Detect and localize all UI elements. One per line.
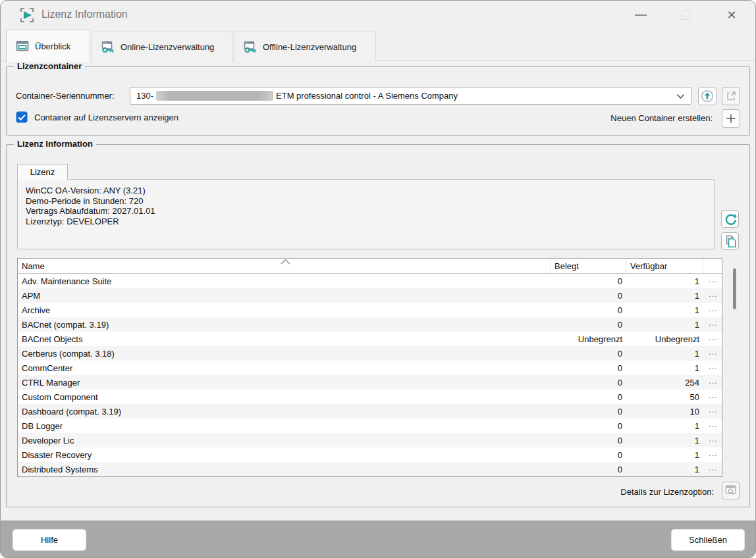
license-options-table[interactable]: Name Belegt Verfügbar Adv. Maintenance S… xyxy=(17,258,722,477)
cell-name: Adv. Maintenance Suite xyxy=(18,274,551,288)
lizenz-information-group: Lizenz Information Lizenz WinCC OA-Versi… xyxy=(6,144,750,507)
cell-belegt: 0 xyxy=(551,433,626,447)
table-row[interactable]: Cerberus (compat. 3.18) 0 1 ... xyxy=(18,346,722,361)
cell-belegt: 0 xyxy=(551,361,626,375)
cell-verfuegbar: 254 xyxy=(626,375,703,390)
copy-icon xyxy=(724,235,737,248)
info-line: Vertrags Ablaufdatum: 2027.01.01 xyxy=(26,206,706,216)
cell-more-ellipsis[interactable]: ... xyxy=(703,303,722,317)
cell-name: CommCenter xyxy=(18,361,551,375)
table-row[interactable]: Developer Lic 0 1 ... xyxy=(18,433,722,447)
table-row[interactable]: Custom Component 0 50 ... xyxy=(18,390,722,404)
tab-lizenz[interactable]: Lizenz xyxy=(17,164,68,180)
cell-more-ellipsis[interactable]: ... xyxy=(703,346,722,361)
cell-name: BACnet Objects xyxy=(18,332,551,346)
serial-prefix: 130- xyxy=(136,91,153,101)
info-line: WinCC OA-Version: ANY (3.21) xyxy=(26,186,706,196)
license-table-body: Adv. Maintenance Suite 0 1 ... APM 0 1 .… xyxy=(18,274,722,476)
lizenzcontainer-group: Lizenzcontainer Container-Seriennummer: … xyxy=(6,66,750,136)
table-row[interactable]: APM 0 1 ... xyxy=(18,288,722,303)
table-row[interactable]: Dashboard (compat. 3.19) 0 10 ... xyxy=(18,404,722,419)
table-row[interactable]: BACnet Objects Unbegrenzt Unbegrenzt ... xyxy=(18,332,722,346)
tab-offline-lizenzverwaltung[interactable]: Offline-Lizenzverwaltung xyxy=(234,32,376,62)
scrollbar-thumb[interactable] xyxy=(733,268,736,309)
window-search-icon xyxy=(724,484,737,497)
cell-belegt: 0 xyxy=(551,390,626,404)
cell-more-ellipsis[interactable]: ... xyxy=(703,317,722,332)
tab-label: Lizenz xyxy=(30,167,55,177)
table-vertical-scrollbar[interactable] xyxy=(729,259,739,476)
minimize-button[interactable] xyxy=(626,1,656,30)
key-window-icon xyxy=(101,41,115,53)
cell-verfuegbar: Unbegrenzt xyxy=(626,332,703,346)
tab-label: Online-Lizenzverwaltung xyxy=(121,42,214,52)
cell-more-ellipsis[interactable]: ... xyxy=(703,419,722,433)
cell-name: APM xyxy=(18,288,551,303)
column-header-verfuegbar[interactable]: Verfügbar xyxy=(626,259,703,273)
serial-redacted-block xyxy=(156,91,273,101)
table-row[interactable]: Disaster Recovery 0 1 ... xyxy=(18,447,722,462)
cell-name: BACnet (compat. 3.19) xyxy=(18,317,551,332)
table-row[interactable]: Adv. Maintenance Suite 0 1 ... xyxy=(18,274,722,288)
group-title: Lizenzcontainer xyxy=(14,61,85,71)
table-header-row: Name Belegt Verfügbar xyxy=(18,259,722,274)
cell-verfuegbar: 1 xyxy=(626,274,703,288)
close-button[interactable]: ✕ xyxy=(716,1,747,30)
cell-verfuegbar: 1 xyxy=(626,361,703,375)
details-button[interactable] xyxy=(722,482,740,499)
cell-more-ellipsis[interactable]: ... xyxy=(703,375,722,390)
cell-more-ellipsis[interactable]: ... xyxy=(703,288,722,303)
cell-belegt: Unbegrenzt xyxy=(551,332,626,346)
serial-suffix: ETM professional control - A Siemens Com… xyxy=(276,91,458,101)
upload-container-button[interactable] xyxy=(698,87,716,105)
tab-ueberblick[interactable]: Überblick xyxy=(6,30,90,62)
cell-belegt: 0 xyxy=(551,288,626,303)
footer-bar: Hilfe Schließen xyxy=(1,520,755,558)
license-info-textbox[interactable]: WinCC OA-Version: ANY (3.21) Demo-Period… xyxy=(17,179,715,249)
cell-name: Distributed Systems xyxy=(18,462,551,476)
table-row[interactable]: DB Logger 0 1 ... xyxy=(18,419,722,433)
table-row[interactable]: CommCenter 0 1 ... xyxy=(18,361,722,375)
column-header-more[interactable] xyxy=(703,259,722,273)
help-button[interactable]: Hilfe xyxy=(13,529,86,551)
key-window-icon xyxy=(244,41,257,53)
cell-name: DB Logger xyxy=(18,419,551,433)
create-new-container-label: Neuen Container erstellen: xyxy=(610,113,713,123)
cell-belegt: 0 xyxy=(551,447,626,462)
export-icon xyxy=(725,90,737,102)
serial-number-label: Container-Seriennummer: xyxy=(16,91,115,101)
cell-more-ellipsis[interactable]: ... xyxy=(703,462,722,476)
cell-verfuegbar: 1 xyxy=(626,288,703,303)
cell-more-ellipsis[interactable]: ... xyxy=(703,404,722,419)
cell-name: Disaster Recovery xyxy=(18,447,551,462)
table-row[interactable]: Archive 0 1 ... xyxy=(18,303,722,317)
refresh-button[interactable] xyxy=(721,210,739,228)
cell-verfuegbar: 1 xyxy=(626,317,703,332)
cell-name: Archive xyxy=(18,303,551,317)
cell-belegt: 0 xyxy=(551,375,626,390)
export-container-button[interactable] xyxy=(722,87,740,105)
table-row[interactable]: Distributed Systems 0 1 ... xyxy=(18,462,722,476)
schliessen-button[interactable]: Schließen xyxy=(671,529,745,551)
maximize-button[interactable] xyxy=(670,1,701,30)
tab-online-lizenzverwaltung[interactable]: Online-Lizenzverwaltung xyxy=(92,32,232,62)
cell-more-ellipsis[interactable]: ... xyxy=(703,447,722,462)
cell-more-ellipsis[interactable]: ... xyxy=(703,361,722,375)
cell-more-ellipsis[interactable]: ... xyxy=(703,433,722,447)
column-header-belegt[interactable]: Belegt xyxy=(551,259,626,273)
container-serial-combobox[interactable]: 130- ETM professional control - A Siemen… xyxy=(130,87,691,105)
cell-more-ellipsis[interactable]: ... xyxy=(703,332,722,346)
table-row[interactable]: CTRL Manager 0 254 ... xyxy=(18,375,722,390)
cell-belegt: 0 xyxy=(551,346,626,361)
tab-bar: Überblick Online-Lizenzverwaltung xyxy=(1,30,755,61)
refresh-icon xyxy=(724,213,737,226)
cell-verfuegbar: 10 xyxy=(626,404,703,419)
cell-more-ellipsis[interactable]: ... xyxy=(703,274,722,288)
cell-more-ellipsis[interactable]: ... xyxy=(703,390,722,404)
show-on-license-servers-checkbox[interactable] xyxy=(16,111,28,123)
cell-belegt: 0 xyxy=(551,462,626,476)
create-new-container-button[interactable] xyxy=(722,109,740,128)
table-row[interactable]: BACnet (compat. 3.19) 0 1 ... xyxy=(18,317,722,332)
copy-button[interactable] xyxy=(721,232,739,250)
cell-name: CTRL Manager xyxy=(18,375,551,390)
